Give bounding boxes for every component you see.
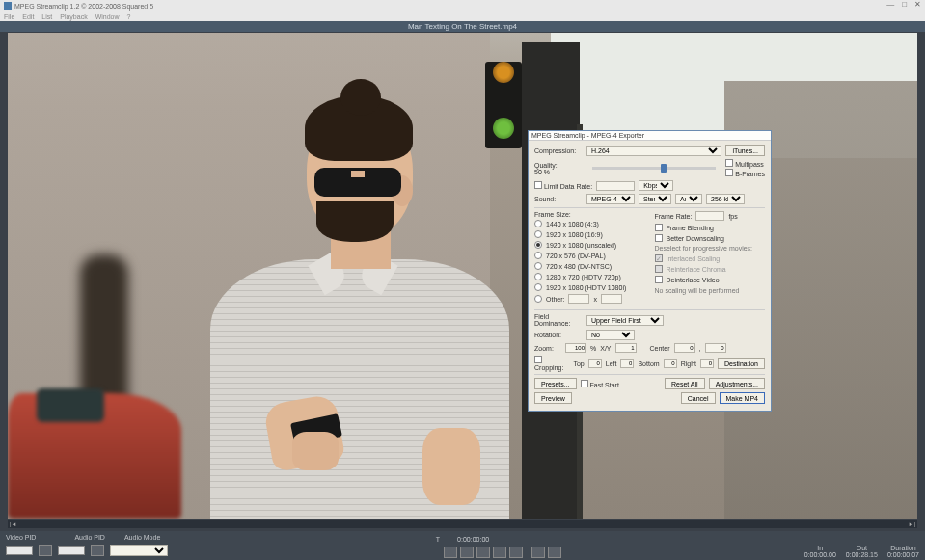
video-pid-label: Video PID: [6, 534, 36, 541]
size-opt-1[interactable]: 1920 x 1080 (16:9): [534, 230, 645, 238]
video-content: [351, 171, 365, 177]
size-opt-2[interactable]: 1920 x 1080 (unscaled): [534, 241, 645, 249]
datarate-check[interactable]: Limit Data Rate:: [534, 181, 592, 190]
audio-pid-label: Audio PID: [74, 534, 105, 541]
destination-button[interactable]: Destination: [718, 358, 765, 369]
filename-bar: Man Texting On The Street.mp4: [0, 21, 925, 32]
frame-blending-check[interactable]: Frame Blending: [655, 224, 766, 231]
play-start-icon[interactable]: |◄: [10, 521, 17, 527]
presets-button[interactable]: Presets...: [534, 378, 577, 389]
other-h[interactable]: [601, 294, 622, 304]
menu-file[interactable]: File: [4, 13, 14, 20]
zoom-pct: %: [590, 345, 596, 352]
size-opt-4[interactable]: 720 x 480 (DV-NTSC): [534, 262, 645, 270]
maximize-button[interactable]: □: [902, 0, 907, 9]
center-y[interactable]: [705, 343, 726, 353]
transport-rew[interactable]: [460, 547, 474, 558]
video-content: [493, 118, 514, 139]
in-value: 0:00:00.00: [804, 551, 836, 558]
size-opt-3[interactable]: 720 x 576 (DV-PAL): [534, 252, 645, 259]
playback-bar[interactable]: |◄ ►|: [8, 520, 917, 528]
datarate-unit[interactable]: Kbps: [639, 180, 673, 191]
transport-play[interactable]: [476, 547, 490, 558]
compression-label: Compression:: [534, 147, 583, 154]
crop-right[interactable]: [700, 359, 714, 368]
compression-select[interactable]: H.264: [586, 146, 721, 156]
fps-label: fps: [728, 213, 737, 220]
audio-pid-input[interactable]: [58, 546, 85, 555]
transport-fwd[interactable]: [493, 547, 506, 558]
audio-pid-stepper[interactable]: [91, 545, 104, 556]
sound-auto[interactable]: Auto: [675, 194, 702, 204]
app-icon: [4, 2, 12, 10]
menu-help[interactable]: ?: [127, 13, 131, 20]
cropping-check[interactable]: Cropping:: [534, 356, 569, 371]
make-mp4-button[interactable]: Make MP4: [720, 392, 765, 404]
sound-codec[interactable]: MPEG-4 AAC: [586, 194, 635, 204]
resetall-button[interactable]: Reset All: [665, 378, 705, 389]
xy-input[interactable]: [615, 343, 637, 353]
rotation-label: Rotation:: [534, 332, 583, 338]
deinterlace-check[interactable]: Deinterlace Video: [655, 276, 766, 283]
play-end-icon[interactable]: ►|: [909, 521, 916, 527]
size-opt-0[interactable]: 1440 x 1080 (4:3): [534, 220, 645, 227]
transport-extra2[interactable]: [548, 547, 561, 558]
framerate-input[interactable]: [695, 211, 724, 221]
interlaced-check[interactable]: ✓Interlaced Scaling: [655, 254, 766, 262]
itunes-button[interactable]: iTunes...: [725, 145, 765, 156]
out-value: 0:00:28.15: [846, 551, 878, 558]
adjustments-button[interactable]: Adjustments...: [709, 378, 765, 389]
video-content: [80, 254, 128, 409]
transport-extra1[interactable]: [531, 547, 545, 558]
crop-left[interactable]: [620, 359, 634, 368]
crop-bottom-label: Bottom: [638, 360, 659, 367]
minimize-button[interactable]: —: [886, 0, 894, 9]
cancel-button[interactable]: Cancel: [681, 392, 716, 404]
t-label: T: [436, 536, 440, 543]
zoom-input[interactable]: [565, 343, 586, 353]
size-opt-5[interactable]: 1280 x 720 (HDTV 720p): [534, 273, 645, 280]
noscaling-label: No scaling will be performed: [655, 287, 766, 294]
audio-mode-select[interactable]: [110, 545, 168, 556]
sound-mode[interactable]: Stereo: [639, 194, 671, 204]
video-content: [493, 62, 514, 83]
video-content: [37, 388, 104, 422]
crop-top-label: Top: [573, 360, 584, 367]
window-controls: — □ ✕: [886, 0, 921, 9]
better-downscaling-check[interactable]: Better Downscaling: [655, 234, 766, 242]
field-dom-select[interactable]: Upper Field First: [586, 315, 664, 326]
quality-slider[interactable]: [592, 167, 716, 170]
slider-thumb[interactable]: [661, 164, 667, 173]
menu-list[interactable]: List: [41, 13, 52, 20]
video-content: [340, 79, 381, 116]
video-pid-input[interactable]: [6, 546, 33, 555]
reinterlace-check[interactable]: Reinterlace Chroma: [655, 265, 766, 273]
app-title: MPEG Streamclip 1.2 © 2002-2008 Squared …: [14, 3, 153, 10]
faststart-check[interactable]: Fast Start: [581, 380, 619, 388]
t-value: 0:00:00:00: [457, 536, 489, 543]
close-button[interactable]: ✕: [914, 0, 921, 9]
datarate-input[interactable]: [596, 181, 635, 191]
menu-edit[interactable]: Edit: [22, 13, 34, 20]
video-content: [422, 428, 480, 505]
crop-bottom[interactable]: [664, 359, 677, 368]
transport-next[interactable]: [509, 547, 523, 558]
center-x[interactable]: [674, 343, 695, 353]
transport-prev[interactable]: [444, 547, 457, 558]
preview-button[interactable]: Preview: [534, 392, 572, 404]
size-opt-6[interactable]: 1920 x 1080 (HDTV 1080i): [534, 283, 645, 291]
rotation-select[interactable]: No: [586, 330, 635, 340]
menu-window[interactable]: Window: [95, 13, 120, 20]
audio-mode-label: Audio Mode: [124, 534, 160, 541]
menu-playback[interactable]: Playback: [60, 13, 87, 20]
crop-left-label: Left: [606, 360, 617, 367]
other-w[interactable]: [568, 294, 589, 304]
video-viewport: [8, 33, 917, 519]
video-pid-stepper[interactable]: [39, 545, 52, 556]
multipass-check[interactable]: Multipass: [725, 159, 765, 168]
crop-top[interactable]: [588, 359, 602, 368]
field-dom-label: Field Dominance:: [534, 313, 583, 327]
size-opt-7[interactable]: Other: x: [534, 294, 645, 304]
bframes-check[interactable]: B-Frames: [725, 169, 765, 177]
sound-rate[interactable]: 256 kbps: [706, 194, 745, 204]
